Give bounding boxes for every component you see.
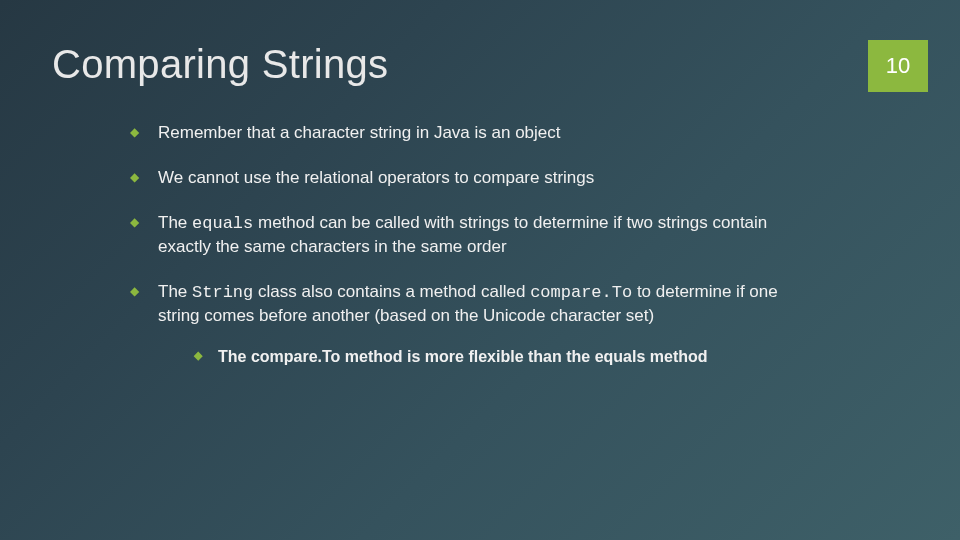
sub-bullet-list: The compare.To method is more flexible t… [158,346,800,368]
sub-bullet-text: The compare.To method is more flexible t… [218,348,708,365]
bullet-item: The String class also contains a method … [130,281,800,367]
sub-bullet-item: The compare.To method is more flexible t… [194,346,800,368]
bullet-text: We cannot use the relational operators t… [158,168,594,187]
code-equals: equals [192,214,253,233]
bullet-item: We cannot use the relational operators t… [130,167,800,190]
bullet-item: The equals method can be called with str… [130,212,800,259]
bullet-item: Remember that a character string in Java… [130,122,800,145]
page-number-badge: 10 [868,40,928,92]
bullet-text-pre: The [158,213,192,232]
bullet-text-mid: class also contains a method called [253,282,530,301]
slide-title: Comparing Strings [52,42,388,87]
code-string-class: String [192,283,253,302]
slide: Comparing Strings 10 Remember that a cha… [0,0,960,540]
bullet-text-pre: The [158,282,192,301]
page-number: 10 [886,53,910,79]
content-area: Remember that a character string in Java… [130,100,800,389]
bullet-text: Remember that a character string in Java… [158,123,561,142]
code-compareto: compare.To [530,283,632,302]
